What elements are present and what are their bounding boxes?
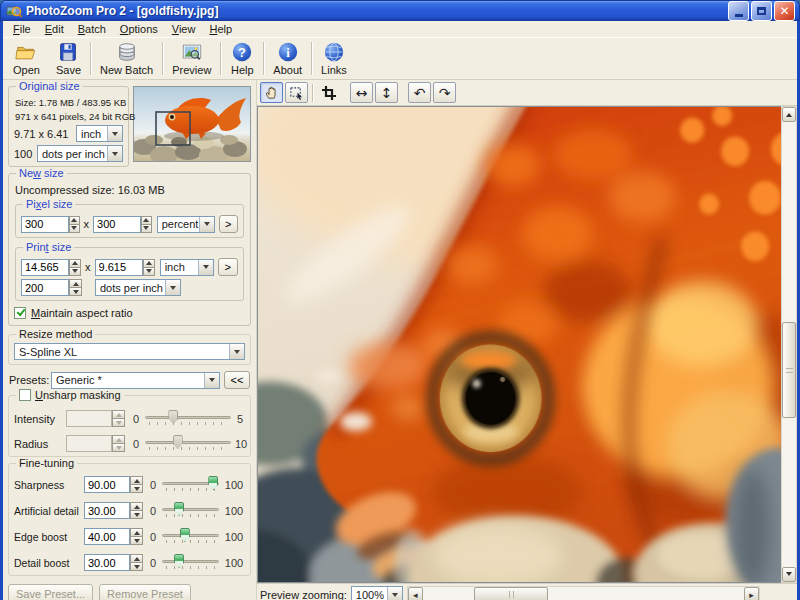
radius-input[interactable] [66, 435, 112, 452]
sharpness-slider[interactable] [162, 476, 219, 493]
flip-vertical-button[interactable]: ↕ [375, 82, 398, 103]
intensity-slider[interactable] [145, 410, 231, 427]
maximize-button[interactable] [751, 1, 772, 21]
combo-arrow-icon[interactable] [387, 587, 402, 600]
print-dpi-spinner[interactable] [69, 279, 82, 296]
app-logo-icon [6, 3, 22, 19]
radius-spinner[interactable] [112, 435, 125, 452]
crop-tool-button[interactable] [317, 82, 340, 103]
presets-combo[interactable]: Generic * [51, 372, 220, 389]
original-print-dims: 9.71 x 6.41 [14, 128, 68, 140]
print-height-spinner[interactable] [143, 259, 155, 276]
preview-toolbar: ↔ ↕ ↶ ↷ [257, 80, 797, 106]
collapse-panel-button[interactable]: << [224, 371, 250, 389]
combo-arrow-icon[interactable] [199, 217, 214, 232]
menu-options[interactable]: Options [113, 22, 165, 36]
save-preset-button[interactable]: Save Preset... [8, 584, 93, 600]
print-dpi-input[interactable] [21, 279, 69, 296]
horizontal-scrollbar[interactable]: ◂ ▸ [407, 586, 760, 600]
detail-boost-slider[interactable] [162, 554, 219, 571]
menu-file[interactable]: File [6, 22, 38, 36]
preview-button[interactable]: Preview [164, 39, 219, 78]
remove-preset-button[interactable]: Remove Preset [99, 584, 191, 600]
detail-boost-input[interactable] [84, 554, 130, 571]
pixel-height-input[interactable] [93, 216, 141, 233]
times-label: x [85, 261, 91, 273]
flip-horizontal-button[interactable]: ↔ [350, 82, 373, 103]
combo-arrow-icon[interactable] [204, 373, 219, 388]
pan-tool-button[interactable] [260, 82, 283, 103]
pixel-height-spinner[interactable] [141, 216, 152, 233]
edge-boost-slider[interactable] [162, 528, 219, 545]
menu-edit[interactable]: Edit [38, 22, 71, 36]
scroll-up-button[interactable] [782, 107, 796, 122]
intensity-input[interactable] [66, 410, 112, 427]
title-bar[interactable]: PhotoZoom Pro 2 - [goldfishy.jpg] ✕ [0, 0, 800, 21]
help-button[interactable]: ? Help [222, 39, 262, 78]
horizontal-scroll-thumb[interactable] [474, 587, 548, 600]
scroll-down-button[interactable] [782, 567, 796, 582]
toolbar-separator [90, 42, 91, 75]
combo-arrow-icon[interactable] [107, 146, 122, 161]
pixel-apply-button[interactable]: > [219, 215, 238, 233]
pixel-width-input[interactable] [21, 216, 69, 233]
close-button[interactable]: ✕ [774, 1, 795, 21]
artificial-detail-slider[interactable] [162, 502, 219, 519]
unsharp-masking-checkbox[interactable] [19, 389, 31, 401]
fine-tuning-caption: Fine-tuning [16, 457, 77, 469]
preview-zoom-combo[interactable]: 100% [351, 586, 403, 600]
preview-image-icon [180, 41, 204, 63]
original-unit-combo[interactable]: inch [76, 125, 123, 142]
sharpness-spinner[interactable] [130, 476, 143, 493]
intensity-spinner[interactable] [112, 410, 125, 427]
print-width-spinner[interactable] [69, 259, 81, 276]
horizontal-scroll-track[interactable] [423, 587, 744, 600]
artificial-detail-input[interactable] [84, 502, 130, 519]
main-area: Original size Size: 1.78 MB / 483.95 KB … [3, 80, 797, 600]
about-info-icon: i [276, 41, 300, 63]
save-button[interactable]: Save [48, 39, 89, 78]
maintain-aspect-checkbox[interactable] [14, 307, 26, 319]
print-dpi-unit-combo[interactable]: dots per inch [95, 279, 181, 296]
about-button[interactable]: i About [265, 39, 310, 78]
artificial-detail-spinner[interactable] [130, 502, 143, 519]
combo-arrow-icon[interactable] [165, 280, 180, 295]
image-navigator-thumbnail[interactable] [133, 86, 251, 162]
open-label: Open [13, 64, 40, 76]
edge-boost-spinner[interactable] [130, 528, 143, 545]
menu-batch[interactable]: Batch [71, 22, 113, 36]
rotate-ccw-button[interactable]: ↶ [408, 82, 431, 103]
open-button[interactable]: Open [5, 39, 48, 78]
goldfish-eye [433, 337, 549, 459]
print-height-input[interactable] [95, 259, 143, 276]
original-dpi-unit-combo[interactable]: dots per inch [37, 145, 123, 162]
detail-boost-min: 0 [148, 557, 158, 569]
edge-boost-input[interactable] [84, 528, 130, 545]
vertical-scroll-thumb[interactable] [782, 322, 796, 418]
print-width-input[interactable] [21, 259, 69, 276]
vertical-scrollbar[interactable] [781, 106, 797, 583]
scroll-right-button[interactable]: ▸ [744, 587, 759, 600]
select-tool-button[interactable] [285, 82, 308, 103]
rotate-cw-button[interactable]: ↷ [433, 82, 456, 103]
hand-icon [264, 85, 279, 100]
resize-method-combo[interactable]: S-Spline XL [14, 343, 245, 360]
vertical-scroll-track[interactable] [782, 122, 796, 567]
preview-canvas[interactable] [257, 106, 781, 583]
print-unit-combo[interactable]: inch [160, 259, 214, 276]
pixel-width-spinner[interactable] [69, 216, 80, 233]
combo-arrow-icon[interactable] [107, 126, 122, 141]
menu-view[interactable]: View [165, 22, 203, 36]
combo-arrow-icon[interactable] [198, 260, 213, 275]
combo-arrow-icon[interactable] [229, 344, 244, 359]
minimize-button[interactable] [728, 1, 749, 21]
links-button[interactable]: Links [313, 39, 355, 78]
new-batch-button[interactable]: New Batch [92, 39, 161, 78]
print-apply-button[interactable]: > [218, 258, 238, 276]
detail-boost-spinner[interactable] [130, 554, 143, 571]
radius-slider[interactable] [145, 435, 231, 452]
sharpness-input[interactable] [84, 476, 130, 493]
pixel-unit-combo[interactable]: percent [157, 216, 215, 233]
scroll-left-button[interactable]: ◂ [408, 587, 423, 600]
menu-help[interactable]: Help [202, 22, 239, 36]
